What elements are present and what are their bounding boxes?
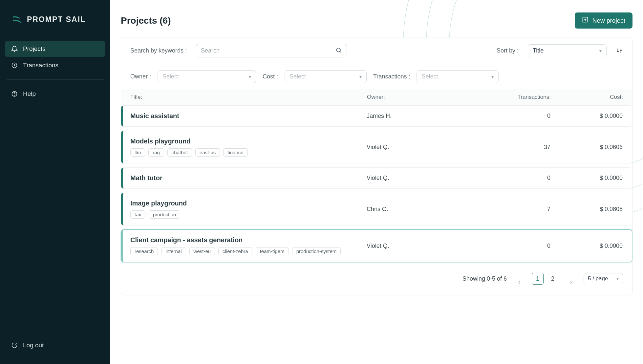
tag-list: llmragchatboteast-usfinance — [130, 148, 367, 157]
chevron-down-icon: ▾ — [359, 74, 362, 79]
projects-panel: Search by keywords : Sort by : Title ▾ — [121, 37, 632, 295]
sidebar-divider — [7, 79, 104, 80]
project-owner: Violet Q. — [367, 175, 459, 182]
page-size-select[interactable]: 5 / page ▾ — [584, 273, 623, 284]
brand-name: PROMPT SAIL — [27, 15, 86, 24]
sort-value: Title — [533, 47, 544, 54]
table-row[interactable]: Math tutorViolet Q.0$ 0.0000 — [121, 167, 632, 189]
project-owner: Violet Q. — [367, 243, 459, 249]
tag: east-us — [195, 148, 220, 157]
tag: production — [149, 210, 180, 219]
project-title: Image playground — [130, 200, 367, 207]
page-header: Projects (6) New project — [110, 0, 643, 37]
brand-logo-mark — [11, 14, 22, 25]
tag-list: taxproduction — [130, 210, 367, 219]
project-title: Music assistant — [130, 112, 367, 120]
tag-list: researchinternalwest-euclient-zebrateam-… — [130, 247, 367, 255]
tag: team-tigers — [256, 247, 289, 255]
tag: finance — [223, 148, 247, 157]
tag: rag — [148, 148, 164, 157]
sidebar-item-logout[interactable]: Log out — [5, 337, 105, 353]
sidebar-item-label: Transactions — [23, 62, 58, 69]
owner-filter-select[interactable]: Select ▾ — [158, 70, 256, 83]
project-owner: Violet Q. — [367, 144, 459, 151]
page-numbers: 12 — [532, 273, 559, 285]
tag: client-zebra — [218, 247, 252, 255]
sidebar-item-help[interactable]: Help — [5, 86, 105, 102]
bell-icon — [11, 46, 18, 52]
sidebar: PROMPT SAIL Projects Transactions He — [0, 0, 110, 364]
project-title: Models playground — [130, 138, 367, 145]
table-body: Music assistantJames H.0$ 0.0000Models p… — [121, 105, 632, 262]
tag: tax — [130, 210, 145, 219]
search-input[interactable] — [201, 47, 335, 54]
tag: production-system — [292, 247, 341, 255]
clock-icon — [11, 62, 18, 69]
owner-filter-label: Owner : — [130, 73, 151, 80]
search-icon — [335, 47, 342, 54]
sidebar-item-label: Projects — [23, 45, 46, 53]
chevron-down-icon: ▾ — [599, 48, 602, 54]
page-number-button[interactable]: 2 — [547, 273, 559, 285]
page-title: Projects (6) — [121, 15, 171, 26]
search-input-wrap — [196, 44, 347, 57]
th-title: Title: — [130, 94, 367, 100]
title-cell: Client campaign - assets generationresea… — [130, 236, 367, 255]
th-owner: Owner: — [367, 94, 459, 100]
plus-square-icon — [582, 16, 589, 25]
search-button[interactable] — [335, 47, 342, 54]
table-row[interactable]: Client campaign - assets generationresea… — [121, 229, 632, 262]
title-cell: Image playgroundtaxproduction — [130, 200, 367, 219]
transactions-filter-select[interactable]: Select ▾ — [417, 70, 499, 83]
sidebar-item-projects[interactable]: Projects — [5, 41, 105, 57]
transactions-filter-label: Transactions : — [373, 73, 410, 80]
chevron-down-icon: ▾ — [491, 74, 494, 79]
chevron-down-icon: ▾ — [616, 276, 619, 281]
tag: west-eu — [189, 247, 215, 255]
project-transactions: 37 — [459, 144, 550, 151]
svg-point-2 — [14, 95, 15, 96]
project-title: Math tutor — [130, 174, 367, 182]
cost-filter-label: Cost : — [263, 73, 278, 80]
project-transactions: 0 — [459, 113, 550, 119]
next-page-button[interactable]: › — [565, 276, 577, 288]
sidebar-item-label: Log out — [23, 342, 44, 349]
tag: research — [130, 247, 158, 255]
project-transactions: 7 — [459, 206, 550, 213]
brand-logo: PROMPT SAIL — [5, 8, 105, 34]
search-label: Search by keywords : — [130, 47, 187, 54]
project-transactions: 0 — [459, 175, 550, 182]
table-header: Title: Owner: Transactions: Cost: — [121, 89, 632, 105]
th-transactions: Transactions: — [459, 94, 551, 100]
cost-filter-select[interactable]: Select ▾ — [285, 70, 367, 83]
tag: chatbot — [167, 148, 192, 157]
th-cost: Cost: — [551, 94, 623, 100]
project-transactions: 0 — [459, 243, 550, 249]
pagination-info: Showing 0-5 of 6 — [462, 275, 507, 282]
project-cost: $ 0.0606 — [550, 144, 623, 151]
sort-direction-button[interactable] — [616, 47, 623, 54]
page-number-button[interactable]: 1 — [532, 273, 544, 285]
new-project-button[interactable]: New project — [575, 12, 632, 29]
pagination: Showing 0-5 of 6 ‹ 12 › 5 / page ▾ — [121, 262, 632, 295]
project-title: Client campaign - assets generation — [130, 236, 367, 244]
sidebar-nav: Projects Transactions Help — [5, 41, 105, 102]
table-row[interactable]: Models playgroundllmragchatboteast-usfin… — [121, 131, 632, 163]
main: Projects (6) New project Search by keywo… — [110, 0, 643, 364]
table-row[interactable]: Music assistantJames H.0$ 0.0000 — [121, 105, 632, 127]
sort-select[interactable]: Title ▾ — [528, 44, 607, 57]
sort-label: Sort by : — [497, 47, 519, 54]
toolbar: Search by keywords : Sort by : Title ▾ — [121, 37, 632, 64]
table-row[interactable]: Image playgroundtaxproductionChris O.7$ … — [121, 193, 632, 225]
help-icon — [11, 91, 18, 97]
title-cell: Math tutor — [130, 174, 367, 182]
chevron-left-icon: ‹ — [518, 279, 520, 286]
title-cell: Models playgroundllmragchatboteast-usfin… — [130, 138, 367, 157]
project-cost: $ 0.0000 — [550, 113, 623, 119]
tag: internal — [161, 247, 186, 255]
prev-page-button[interactable]: ‹ — [513, 276, 525, 288]
sidebar-item-transactions[interactable]: Transactions — [5, 57, 105, 74]
chevron-right-icon: › — [570, 279, 572, 286]
tag: llm — [130, 148, 145, 157]
project-owner: Chris O. — [367, 206, 459, 213]
